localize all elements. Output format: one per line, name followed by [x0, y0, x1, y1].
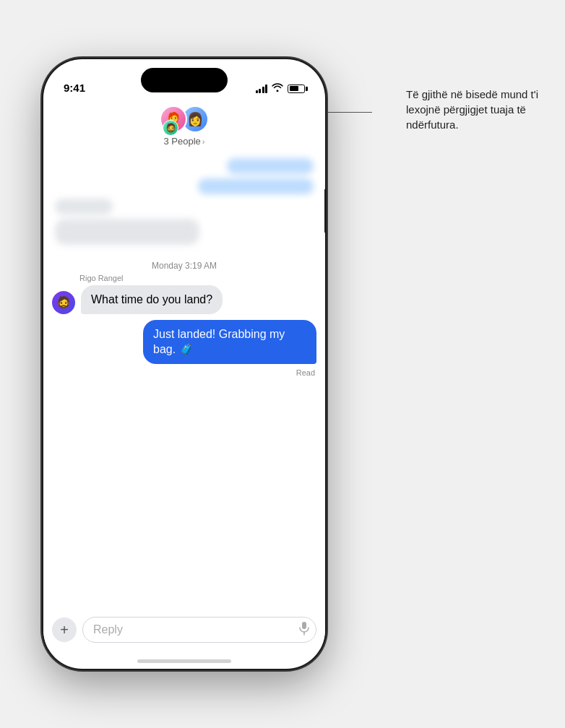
group-header[interactable]: 🧑‍🦰 👩 🧔 3 People › [43, 98, 325, 152]
avatars-row: 🧑‍🦰 👩 🧔 [160, 105, 209, 133]
reply-input-wrapper[interactable]: Reply [82, 617, 316, 643]
blurred-messages [43, 152, 325, 255]
reply-placeholder: Reply [93, 623, 290, 636]
plus-button[interactable]: + [52, 618, 77, 642]
dynamic-island [141, 68, 228, 92]
scene: Të gjithë në bisedë mund t'i lexojnë për… [0, 0, 565, 728]
bubble-sent[interactable]: Just landed! Grabbing my bag. 🧳 [143, 320, 316, 364]
group-chevron: › [202, 137, 205, 146]
battery-icon [288, 84, 305, 93]
group-name[interactable]: 3 People › [164, 136, 205, 147]
home-indicator [137, 659, 231, 663]
sender-avatar: 🧔 [52, 291, 75, 314]
mic-icon[interactable] [298, 621, 310, 638]
messages-screen: 🧑‍🦰 👩 🧔 3 People › [43, 98, 325, 669]
message-row-received: 🧔 What time do you land? [43, 284, 325, 316]
timestamp: Monday 3:19 AM [43, 261, 325, 271]
input-bar: + Reply [43, 611, 325, 649]
bubble-received[interactable]: What time do you land? [81, 285, 223, 314]
battery-fill [290, 86, 298, 91]
annotation-text: Të gjithë në bisedë mund t'i lexojnë për… [406, 87, 558, 132]
svg-rect-0 [302, 622, 306, 629]
message-row-sent: Just landed! Grabbing my bag. 🧳 [43, 318, 325, 365]
avatar-3: 🧔 [163, 120, 178, 136]
status-icons [256, 83, 306, 94]
iphone-frame: 9:41 [43, 59, 325, 669]
read-label: Read [43, 368, 325, 377]
signal-icon [256, 84, 268, 93]
sender-name: Rigo Rangel [79, 274, 325, 282]
wifi-icon [272, 83, 283, 94]
